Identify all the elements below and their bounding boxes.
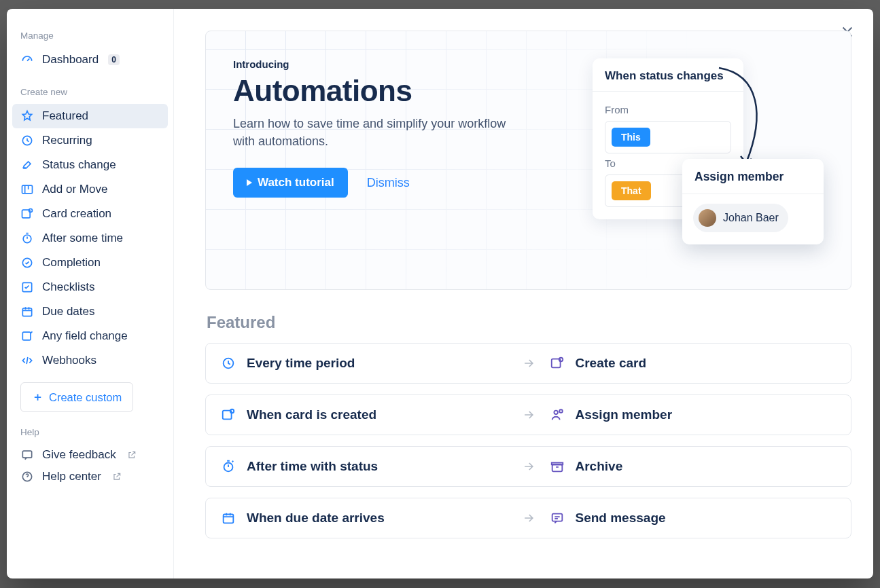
checklist-icon	[20, 280, 34, 294]
sidebar-item-label: Card creation	[42, 207, 111, 221]
star-icon	[20, 109, 34, 123]
automation-list: Every time periodCreate cardWhen card is…	[205, 343, 851, 538]
automation-action: Archive	[550, 459, 837, 474]
svg-rect-20	[224, 515, 234, 523]
watch-tutorial-button[interactable]: Watch tutorial	[233, 168, 348, 198]
archive-icon	[550, 459, 565, 474]
sidebar-item-featured[interactable]: Featured	[12, 104, 168, 128]
calendar-icon	[20, 305, 34, 318]
trigger-label: Every time period	[247, 356, 355, 371]
trigger-label: After time with status	[247, 459, 378, 474]
token-that: That	[612, 181, 651, 200]
intro-subtitle: Learn how to save time and simplify your…	[233, 115, 525, 150]
card-create-icon	[20, 207, 34, 221]
member-chip: Johan Baer	[693, 204, 788, 232]
action-label: Create card	[576, 356, 647, 371]
svg-rect-7	[22, 308, 31, 316]
from-label: From	[605, 104, 731, 115]
svg-rect-9	[22, 451, 31, 458]
sidebar-item-give-feedback[interactable]: Give feedback	[12, 444, 168, 466]
arrow-right-icon	[521, 356, 536, 371]
help-center-label: Help center	[42, 470, 101, 483]
svg-rect-19	[552, 464, 562, 471]
sidebar-section-manage: Manage Dashboard 0	[12, 31, 168, 72]
sidebar-item-label: After some time	[42, 232, 123, 245]
sidebar-item-webhooks[interactable]: Webhooks	[12, 348, 168, 373]
trigger-card-title: When status changes	[593, 58, 743, 92]
gauge-icon	[20, 53, 34, 67]
automation-trigger: Every time period	[221, 356, 508, 371]
external-link-icon	[112, 472, 122, 481]
sidebar-section-help: Help Give feedback Help center	[12, 427, 168, 488]
automation-row[interactable]: After time with statusArchive	[205, 446, 851, 487]
help-icon	[20, 470, 34, 483]
svg-rect-1	[22, 185, 33, 194]
clock-icon	[20, 134, 34, 147]
create-custom-label: Create custom	[49, 391, 122, 404]
arrow-right-icon	[521, 407, 536, 422]
sidebar-item-recurring[interactable]: Recurring	[12, 128, 168, 153]
create-custom-button[interactable]: ＋ Create custom	[20, 382, 133, 412]
card-create-icon	[221, 407, 236, 422]
action-label: Assign member	[576, 407, 673, 422]
clock-icon	[221, 356, 236, 371]
edit-icon	[20, 158, 34, 172]
dashboard-label: Dashboard	[42, 53, 99, 67]
give-feedback-label: Give feedback	[42, 448, 116, 462]
sidebar-item-label: Featured	[42, 109, 88, 123]
sidebar-item-card-creation[interactable]: Card creation	[12, 202, 168, 226]
board-icon	[20, 183, 34, 196]
sidebar-item-label: Add or Move	[42, 183, 107, 196]
svg-rect-8	[22, 332, 31, 340]
trigger-label: When card is created	[247, 407, 376, 422]
calendar-icon	[221, 511, 236, 526]
action-label: Archive	[576, 459, 623, 474]
sidebar-item-due-dates[interactable]: Due dates	[12, 299, 168, 324]
sidebar-item-label: Any field change	[42, 329, 128, 343]
sidebar-item-add-move[interactable]: Add or Move	[12, 177, 168, 202]
illustration-action-card: Assign member Johan Baer	[682, 159, 824, 244]
dismiss-button[interactable]: Dismiss	[367, 176, 410, 190]
sidebar: Manage Dashboard 0 Create new Featured R…	[7, 9, 174, 578]
intro-title: Automations	[233, 74, 525, 108]
section-label-create: Create new	[12, 87, 168, 104]
section-label-manage: Manage	[12, 31, 168, 48]
intro-eyebrow: Introducing	[233, 58, 525, 70]
section-label-help: Help	[12, 427, 168, 444]
main-content: Introducing Automations Learn how to sav…	[174, 9, 873, 578]
sidebar-item-completion[interactable]: Completion	[12, 251, 168, 275]
intro-illustration: When status changes From This To That	[542, 58, 824, 262]
automation-row[interactable]: When card is createdAssign member	[205, 394, 851, 435]
sidebar-item-checklists[interactable]: Checklists	[12, 275, 168, 299]
sidebar-item-field-change[interactable]: Any field change	[12, 324, 168, 348]
sidebar-item-label: Due dates	[42, 305, 95, 318]
svg-point-17	[559, 409, 563, 413]
stopwatch-icon	[221, 459, 236, 474]
plus-icon: ＋	[32, 390, 43, 405]
watch-tutorial-label: Watch tutorial	[258, 176, 334, 189]
sidebar-item-dashboard[interactable]: Dashboard 0	[12, 48, 168, 72]
code-icon	[20, 354, 34, 367]
from-token-box: This	[605, 121, 731, 153]
svg-point-13	[559, 358, 563, 362]
automation-trigger: When card is created	[221, 407, 508, 422]
automations-modal: Manage Dashboard 0 Create new Featured R…	[7, 9, 873, 578]
automation-action: Create card	[550, 356, 837, 371]
sidebar-item-help-center[interactable]: Help center	[12, 466, 168, 488]
arrow-right-icon	[521, 459, 536, 474]
play-icon	[247, 179, 252, 186]
intro-text: Introducing Automations Learn how to sav…	[233, 58, 525, 262]
automation-row[interactable]: Every time periodCreate card	[205, 343, 851, 384]
sidebar-item-status-change[interactable]: Status change	[12, 153, 168, 177]
svg-point-16	[554, 411, 558, 415]
sidebar-item-label: Recurring	[42, 134, 92, 147]
automation-row[interactable]: When due date arrivesSend message	[205, 498, 851, 538]
member-name: Johan Baer	[723, 212, 779, 224]
sidebar-item-after-time[interactable]: After some time	[12, 226, 168, 251]
feedback-icon	[20, 448, 34, 462]
automation-trigger: When due date arrives	[221, 511, 508, 526]
token-this: This	[612, 128, 650, 147]
sidebar-item-label: Completion	[42, 256, 101, 270]
user-check-icon	[20, 256, 34, 270]
message-icon	[550, 511, 565, 526]
